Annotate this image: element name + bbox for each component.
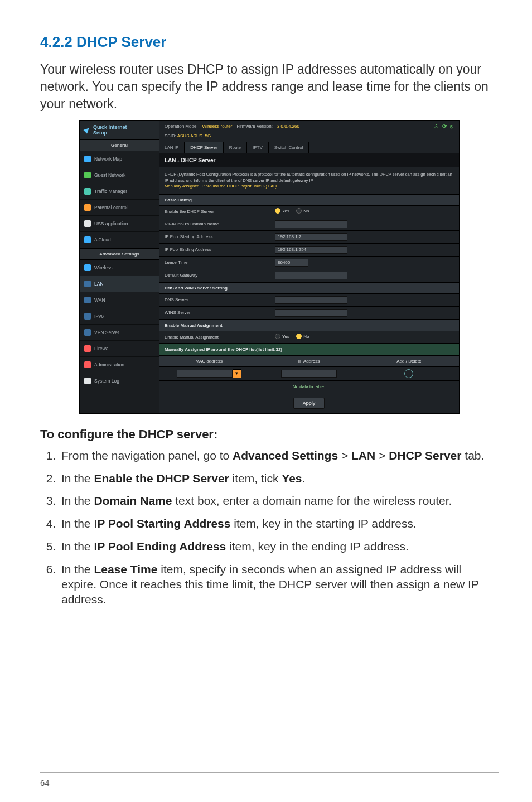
step-1: From the navigation panel, go to Advance… bbox=[59, 448, 499, 463]
cloud-icon bbox=[84, 236, 91, 243]
step-4: In the IP Pool Starting Address item, ke… bbox=[59, 516, 499, 532]
wan-icon bbox=[84, 297, 91, 303]
ipv6-icon bbox=[84, 313, 91, 320]
row-dns-server: DNS Server bbox=[159, 294, 459, 307]
radio-selected-icon bbox=[296, 334, 302, 339]
page-number: 64 bbox=[40, 778, 50, 787]
mac-input[interactable] bbox=[177, 370, 233, 378]
sidebar-item-network-map[interactable]: Network Map bbox=[80, 151, 159, 167]
add-button[interactable]: + bbox=[404, 369, 413, 378]
sidebar-item-vpn-server[interactable]: VPN Server bbox=[80, 325, 159, 341]
sidebar-item-lan[interactable]: LAN bbox=[80, 276, 159, 292]
sidebar-item-parental-control[interactable]: Parental control bbox=[80, 200, 159, 216]
usb-icon bbox=[84, 220, 91, 227]
operation-mode-value[interactable]: Wireless router bbox=[202, 124, 233, 129]
sidebar-item-wan[interactable]: WAN bbox=[80, 292, 159, 308]
domain-name-label: RT-AC66U's Domain Name bbox=[159, 218, 270, 230]
sidebar-item-firewall[interactable]: Firewall bbox=[80, 341, 159, 357]
router-screenshot: Quick InternetSetup General Network Map … bbox=[79, 120, 460, 414]
enable-dhcp-no[interactable]: No bbox=[296, 208, 309, 214]
row-manual-assignment: Enable Manual Assignment Yes No bbox=[159, 331, 459, 344]
guest-icon bbox=[84, 172, 91, 178]
dns-server-label: DNS Server bbox=[159, 294, 270, 306]
tab-switch-control[interactable]: Switch Control bbox=[269, 142, 309, 153]
ssid-value[interactable]: ASUS ASUS_5G bbox=[177, 133, 211, 138]
network-icon bbox=[84, 156, 91, 162]
default-gateway-label: Default Gateway bbox=[159, 269, 270, 281]
manual-assignment-no[interactable]: No bbox=[296, 334, 309, 339]
row-domain-name: RT-AC66U's Domain Name bbox=[159, 218, 459, 231]
ip-input[interactable] bbox=[281, 370, 337, 378]
panel-description: DHCP (Dynamic Host Configuration Protoco… bbox=[159, 167, 459, 194]
tab-lan-ip[interactable]: LAN IP bbox=[159, 142, 185, 153]
th-action: Add / Delete bbox=[359, 356, 459, 366]
th-ip: IP Address bbox=[259, 356, 359, 366]
row-lease-time: Lease Time bbox=[159, 257, 459, 269]
vpn-icon bbox=[84, 329, 91, 336]
tab-iptv[interactable]: IPTV bbox=[247, 142, 269, 153]
shield-icon bbox=[84, 345, 91, 352]
configure-heading: To configure the DHCP server: bbox=[40, 427, 499, 442]
enable-dhcp-label: Enable the DHCP Server bbox=[159, 206, 270, 218]
steps-list: From the navigation panel, go to Advance… bbox=[40, 448, 499, 607]
radio-unselected-icon bbox=[275, 334, 280, 339]
top-status-line: Operation Mode: Wireless router Firmware… bbox=[159, 121, 459, 132]
traffic-icon bbox=[84, 188, 91, 195]
apply-button[interactable]: Apply bbox=[293, 398, 325, 409]
manual-assignment-yes[interactable]: Yes bbox=[275, 334, 289, 339]
mac-dropdown[interactable]: ▾ bbox=[233, 369, 241, 378]
header-icons: ♙ ⟳ ⎋ bbox=[434, 123, 453, 129]
enable-dhcp-yes[interactable]: Yes bbox=[275, 208, 289, 214]
table-header: MAC address IP Address Add / Delete bbox=[159, 355, 459, 367]
sidebar-item-ipv6[interactable]: IPv6 bbox=[80, 308, 159, 325]
tab-route[interactable]: Route bbox=[224, 142, 247, 153]
ip-start-input[interactable] bbox=[275, 233, 347, 241]
sidebar: Quick InternetSetup General Network Map … bbox=[80, 121, 159, 413]
sidebar-advanced-heading: Advanced Settings bbox=[80, 248, 159, 260]
row-ip-end: IP Pool Ending Address bbox=[159, 244, 459, 257]
default-gateway-input[interactable] bbox=[275, 272, 347, 279]
ssid-label: SSID: bbox=[165, 133, 176, 138]
wins-server-input[interactable] bbox=[275, 309, 347, 317]
sidebar-item-administration[interactable]: Administration bbox=[80, 357, 159, 373]
row-wins-server: WINS Server bbox=[159, 307, 459, 320]
ip-end-input[interactable] bbox=[275, 246, 347, 254]
wifi-icon bbox=[84, 264, 91, 271]
reboot-icon[interactable]: ⟳ bbox=[442, 123, 447, 129]
manual-assignment-label: Enable Manual Assignment bbox=[159, 331, 270, 343]
user-icon[interactable]: ♙ bbox=[434, 123, 439, 129]
sidebar-item-usb-application[interactable]: USB application bbox=[80, 216, 159, 232]
panel-title: LAN - DHCP Server bbox=[159, 153, 459, 167]
radio-selected-icon bbox=[275, 208, 280, 214]
log-icon bbox=[84, 378, 91, 384]
step-6: In the Lease Time item, specify in secon… bbox=[59, 562, 499, 607]
th-mac: MAC address bbox=[159, 356, 259, 366]
faq-link[interactable]: Manually Assigned IP around the DHCP lis… bbox=[165, 183, 277, 189]
footer-rule bbox=[40, 772, 499, 773]
ip-start-label: IP Pool Starting Address bbox=[159, 231, 270, 243]
band-manual-list: Manually Assigned IP around the DHCP lis… bbox=[159, 344, 459, 355]
sidebar-item-wireless[interactable]: Wireless bbox=[80, 260, 159, 276]
sidebar-item-aicloud[interactable]: AiCloud bbox=[80, 232, 159, 248]
add-row: ▾ + bbox=[159, 367, 459, 381]
lease-time-input[interactable] bbox=[275, 259, 308, 267]
lock-icon bbox=[84, 204, 91, 211]
radio-unselected-icon bbox=[296, 208, 302, 214]
dns-server-input[interactable] bbox=[275, 296, 347, 304]
step-3: In the Domain Name text box, enter a dom… bbox=[59, 494, 499, 509]
apply-container: Apply bbox=[159, 393, 459, 413]
sidebar-item-traffic-manager[interactable]: Traffic Manager bbox=[80, 183, 159, 200]
domain-name-input[interactable] bbox=[275, 220, 347, 228]
ssid-line: SSID: ASUS ASUS_5G bbox=[159, 132, 459, 142]
firmware-value[interactable]: 3.0.0.4.260 bbox=[277, 124, 299, 129]
sidebar-item-guest-network[interactable]: Guest Network bbox=[80, 167, 159, 183]
operation-mode-label: Operation Mode: bbox=[165, 124, 198, 129]
intro-text: Your wireless router uses DHCP to assign… bbox=[40, 61, 499, 113]
sidebar-item-system-log[interactable]: System Log bbox=[80, 373, 159, 389]
tab-dhcp-server[interactable]: DHCP Server bbox=[185, 142, 223, 153]
band-basic-config: Basic Config bbox=[159, 194, 459, 206]
ip-end-label: IP Pool Ending Address bbox=[159, 244, 270, 255]
logout-icon[interactable]: ⎋ bbox=[450, 123, 453, 129]
quick-internet-setup[interactable]: Quick InternetSetup bbox=[80, 121, 159, 139]
wand-icon bbox=[83, 126, 91, 134]
